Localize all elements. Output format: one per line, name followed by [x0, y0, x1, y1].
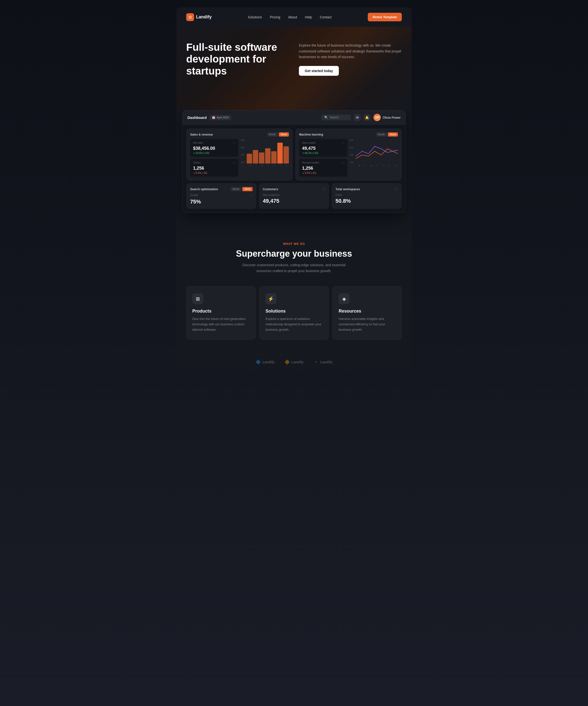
dashboard-search[interactable]: 🔍 Search: [322, 115, 351, 120]
net-sales-card: Net sales ⓘ $38,456.00 ↗ 23.5% (+10): [190, 139, 238, 157]
new-models-change: ↗ 66.2% (+10): [302, 152, 344, 154]
x-label-t2: T: [265, 164, 271, 167]
hero-left: Full-suite software development for star…: [186, 41, 289, 77]
dashboard-body: Sales & revenue Month Week Net sales: [182, 125, 406, 212]
nav-contact[interactable]: Contact: [320, 15, 332, 19]
search-week-toggle[interactable]: Week: [242, 187, 252, 191]
reused-label: Reused models ⓘ: [302, 161, 344, 165]
products-icon: ⊞: [192, 293, 203, 304]
calendar-icon: 📅: [212, 116, 215, 119]
ml-x-t2: T: [375, 164, 380, 167]
customers-value: 49,475: [263, 198, 325, 204]
sales-revenue-widget: Sales & revenue Month Week Net sales: [186, 129, 293, 181]
ml-x-s2: S: [393, 164, 398, 167]
new-models-value: 49,475: [302, 146, 344, 151]
x-label-m: M: [248, 164, 253, 167]
user-avatar: OP: [373, 114, 381, 121]
bar-wed: [259, 153, 264, 163]
dashboard-title-area: Dashboard 📅 April 2024: [187, 115, 231, 120]
ml-week-toggle[interactable]: Week: [388, 132, 398, 136]
nav-about[interactable]: About: [288, 15, 297, 19]
hero-section: Full-suite software development for star…: [176, 27, 412, 110]
search-icon: 🔍: [324, 116, 328, 119]
orders-card: Orders ⓘ 1,256 ↘ 5.5% (-15): [190, 159, 238, 177]
nav-pricing[interactable]: Pricing: [270, 15, 280, 19]
dashboard-card: Dashboard 📅 April 2024 🔍 Search ✉ 🔔: [182, 110, 406, 213]
resources-card: ◈ Resources Harness actionable insights …: [332, 286, 402, 340]
customers-title: Customers: [263, 188, 278, 191]
resources-title: Resources: [339, 309, 396, 314]
user-name: Olivia Power: [383, 116, 401, 119]
user-badge: OP Olivia Power: [373, 114, 401, 121]
navbar: ⊡ Landify Solutions Pricing About Help C…: [176, 7, 412, 27]
dashboard-section: Dashboard 📅 April 2024 🔍 Search ✉ 🔔: [176, 110, 412, 228]
footer-brand-3: 🔹 Landify: [313, 359, 332, 365]
x-label-s2: S: [284, 164, 289, 167]
solutions-card: ⚡ Solutions Explore a spectrum of soluti…: [259, 286, 329, 340]
footer-brands: 🔷 Landify 🔶 Landify 🔹 Landify: [176, 354, 412, 370]
ml-x-f: F: [381, 164, 386, 167]
bar-fri: [271, 151, 277, 163]
sales-widget-title: Sales & revenue: [190, 133, 213, 136]
solutions-desc: Explore a spectrum of solutions meticulo…: [265, 316, 323, 332]
ml-x-m: M: [357, 164, 362, 167]
search-opt-toggle-group: Month Week: [230, 187, 252, 191]
ml-widget-header: Machine learning Month Week: [299, 132, 398, 136]
net-sales-change: ↗ 23.5% (+10): [193, 152, 236, 154]
net-sales-value: $38,456.00: [193, 146, 236, 151]
section-description: Discover customized products, cutting-ed…: [235, 262, 353, 274]
footer-brand-2: 🔶 Landify: [285, 359, 303, 365]
ml-toggle-group: Month Week: [376, 132, 398, 136]
email-button[interactable]: ✉: [354, 114, 361, 121]
sales-week-toggle[interactable]: Week: [279, 132, 289, 136]
notification-button[interactable]: 🔔: [364, 114, 370, 121]
workspaces-header: Total workspaces ⓘ: [335, 187, 398, 191]
nav-help[interactable]: Help: [305, 15, 312, 19]
solutions-icon: ⚡: [265, 293, 276, 304]
bar-thu: [265, 148, 270, 163]
workspaces-widget: Total workspaces ⓘ Cloud 50.8%: [332, 183, 402, 209]
new-customers-label: New customers: [263, 194, 325, 196]
resources-desc: Harness actionable insights and unmatche…: [339, 316, 396, 332]
bar-mon: [247, 154, 252, 163]
hero-description: Explore the future of business technolog…: [299, 43, 402, 60]
get-started-button[interactable]: Get started today: [299, 66, 339, 76]
ml-x-t: T: [363, 164, 368, 167]
x-label-w: W: [260, 164, 265, 167]
nav-solutions[interactable]: Solutions: [248, 15, 262, 19]
search-optimization-widget: Search optimization Month Week Google ⓘ …: [186, 183, 256, 209]
section-tag: WHAT WE DO: [186, 242, 402, 246]
ml-metrics: New models ⓘ 49,475 ↗ 66.2% (+10) Reused…: [299, 139, 347, 177]
sales-month-toggle[interactable]: Month: [267, 132, 278, 136]
products-title: Products: [192, 309, 249, 314]
y-labels: 40K30K20K10K: [241, 139, 246, 163]
workspaces-title: Total workspaces: [335, 188, 360, 191]
dashboard-bottom-row: Search optimization Month Week Google ⓘ …: [186, 183, 402, 209]
machine-learning-widget: Machine learning Month Week New models: [295, 129, 402, 181]
ml-month-toggle[interactable]: Month: [376, 132, 387, 136]
footer-brand-icon-3: 🔹: [313, 359, 319, 365]
dashboard-header: Dashboard 📅 April 2024 🔍 Search ✉ 🔔: [182, 110, 406, 125]
new-models-card: New models ⓘ 49,475 ↗ 66.2% (+10): [299, 139, 347, 157]
ml-x-s: S: [387, 164, 392, 167]
net-sales-label: Net sales ⓘ: [193, 142, 236, 145]
footer-brand-icon-2: 🔶: [285, 359, 290, 365]
reused-models-card: Reused models ⓘ 1,256 ↘ 5.5% (-15): [299, 159, 347, 177]
hero-right: Explore the future of business technolog…: [299, 43, 402, 76]
workspaces-sub-label: Cloud: [335, 194, 398, 196]
search-month-toggle[interactable]: Month: [230, 187, 241, 191]
logo: ⊡ Landify: [186, 13, 212, 21]
products-desc: Dive into the future of next-generation …: [192, 316, 249, 332]
page-wrapper: ⊡ Landify Solutions Pricing About Help C…: [176, 7, 412, 370]
hero-title: Full-suite software development for star…: [186, 41, 289, 77]
sales-bar-chart: 40K30K20K10K: [241, 139, 289, 177]
search-sub-label: Google: [190, 194, 198, 197]
customers-header: Customers ⓘ: [263, 187, 325, 191]
sales-widget-header: Sales & revenue Month Week: [190, 132, 289, 136]
dashboard-title: Dashboard: [187, 115, 207, 120]
ml-x-w: W: [369, 164, 374, 167]
bar-sun: [284, 146, 289, 163]
customers-widget: Customers ⓘ New customers 49,475: [259, 183, 329, 209]
new-models-label: New models ⓘ: [302, 142, 344, 145]
remix-template-button[interactable]: Remix Template: [368, 13, 402, 21]
